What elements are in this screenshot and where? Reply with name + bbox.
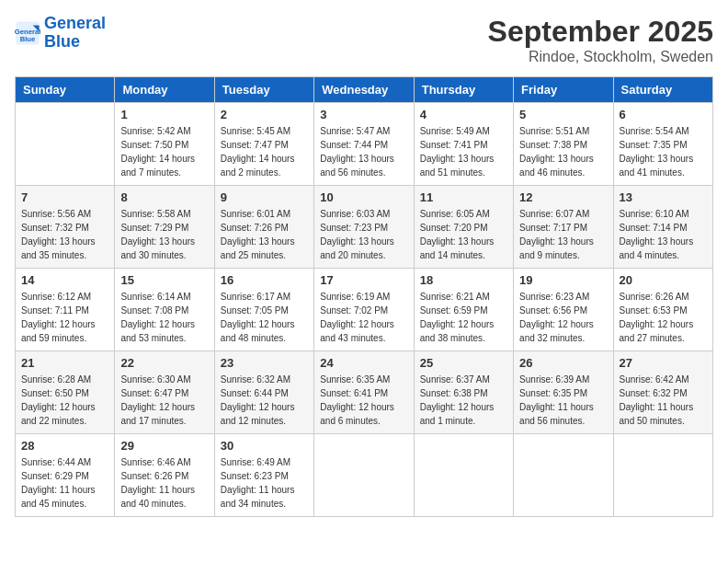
calendar-cell: 30Sunrise: 6:49 AM Sunset: 6:23 PM Dayli… xyxy=(214,434,313,517)
weekday-header-sunday: Sunday xyxy=(16,77,115,103)
day-info: Sunrise: 6:28 AM Sunset: 6:50 PM Dayligh… xyxy=(21,373,108,428)
calendar-cell: 27Sunrise: 6:42 AM Sunset: 6:32 PM Dayli… xyxy=(613,351,712,434)
calendar-cell: 2Sunrise: 5:45 AM Sunset: 7:47 PM Daylig… xyxy=(214,103,313,186)
calendar-cell: 18Sunrise: 6:21 AM Sunset: 6:59 PM Dayli… xyxy=(414,269,513,351)
day-number: 17 xyxy=(320,273,407,287)
day-number: 1 xyxy=(120,108,208,121)
day-info: Sunrise: 6:39 AM Sunset: 6:35 PM Dayligh… xyxy=(519,373,607,428)
day-number: 2 xyxy=(221,108,308,121)
calendar-cell: 28Sunrise: 6:44 AM Sunset: 6:29 PM Dayli… xyxy=(16,434,115,517)
day-number: 20 xyxy=(620,273,707,287)
calendar-cell: 14Sunrise: 6:12 AM Sunset: 7:11 PM Dayli… xyxy=(16,269,115,351)
calendar-cell: 8Sunrise: 5:58 AM Sunset: 7:29 PM Daylig… xyxy=(115,186,214,269)
logo-text-general: General xyxy=(44,15,106,33)
calendar-cell: 16Sunrise: 6:17 AM Sunset: 7:05 PM Dayli… xyxy=(214,269,313,351)
calendar-cell: 21Sunrise: 6:28 AM Sunset: 6:50 PM Dayli… xyxy=(16,351,115,434)
calendar-cell xyxy=(514,434,613,517)
calendar-cell: 12Sunrise: 6:07 AM Sunset: 7:17 PM Dayli… xyxy=(514,186,613,269)
day-number: 25 xyxy=(420,356,507,370)
day-number: 29 xyxy=(120,439,208,453)
calendar-cell: 23Sunrise: 6:32 AM Sunset: 6:44 PM Dayli… xyxy=(214,351,313,434)
day-info: Sunrise: 6:42 AM Sunset: 6:32 PM Dayligh… xyxy=(620,373,707,428)
week-row-4: 21Sunrise: 6:28 AM Sunset: 6:50 PM Dayli… xyxy=(16,351,713,434)
day-info: Sunrise: 6:14 AM Sunset: 7:08 PM Dayligh… xyxy=(120,290,208,345)
weekday-header-friday: Friday xyxy=(514,77,613,103)
calendar-cell: 19Sunrise: 6:23 AM Sunset: 6:56 PM Dayli… xyxy=(514,269,613,351)
day-number: 16 xyxy=(221,273,308,287)
week-row-1: 1Sunrise: 5:42 AM Sunset: 7:50 PM Daylig… xyxy=(16,103,713,186)
calendar-cell: 1Sunrise: 5:42 AM Sunset: 7:50 PM Daylig… xyxy=(115,103,214,186)
calendar-cell xyxy=(314,434,414,517)
day-number: 5 xyxy=(519,108,607,121)
weekday-header-tuesday: Tuesday xyxy=(214,77,313,103)
day-info: Sunrise: 6:23 AM Sunset: 6:56 PM Dayligh… xyxy=(519,290,607,345)
day-info: Sunrise: 6:37 AM Sunset: 6:38 PM Dayligh… xyxy=(420,373,507,428)
calendar-cell: 15Sunrise: 6:14 AM Sunset: 7:08 PM Dayli… xyxy=(115,269,214,351)
day-info: Sunrise: 5:54 AM Sunset: 7:35 PM Dayligh… xyxy=(620,124,707,179)
calendar-cell: 10Sunrise: 6:03 AM Sunset: 7:23 PM Dayli… xyxy=(314,186,414,269)
day-number: 10 xyxy=(320,190,407,204)
calendar-cell: 22Sunrise: 6:30 AM Sunset: 6:47 PM Dayli… xyxy=(115,351,214,434)
calendar-table: SundayMondayTuesdayWednesdayThursdayFrid… xyxy=(15,76,713,517)
weekday-header-monday: Monday xyxy=(115,77,214,103)
svg-text:Blue: Blue xyxy=(20,35,36,43)
calendar-cell: 25Sunrise: 6:37 AM Sunset: 6:38 PM Dayli… xyxy=(414,351,513,434)
day-info: Sunrise: 5:49 AM Sunset: 7:41 PM Dayligh… xyxy=(420,124,507,179)
day-number: 9 xyxy=(221,190,308,204)
day-info: Sunrise: 6:17 AM Sunset: 7:05 PM Dayligh… xyxy=(221,290,308,345)
title-block: September 2025 Rindoe, Stockholm, Sweden xyxy=(488,15,713,65)
day-number: 24 xyxy=(320,356,407,370)
weekday-header-wednesday: Wednesday xyxy=(314,77,414,103)
calendar-cell xyxy=(414,434,513,517)
day-info: Sunrise: 6:03 AM Sunset: 7:23 PM Dayligh… xyxy=(320,207,407,262)
day-number: 30 xyxy=(221,439,308,453)
day-number: 14 xyxy=(21,273,108,287)
day-number: 11 xyxy=(420,190,507,204)
calendar-cell: 24Sunrise: 6:35 AM Sunset: 6:41 PM Dayli… xyxy=(314,351,414,434)
day-info: Sunrise: 5:47 AM Sunset: 7:44 PM Dayligh… xyxy=(320,124,407,179)
day-number: 13 xyxy=(620,190,707,204)
day-number: 26 xyxy=(519,356,607,370)
day-info: Sunrise: 5:58 AM Sunset: 7:29 PM Dayligh… xyxy=(120,207,208,262)
calendar-cell: 26Sunrise: 6:39 AM Sunset: 6:35 PM Dayli… xyxy=(514,351,613,434)
day-info: Sunrise: 6:12 AM Sunset: 7:11 PM Dayligh… xyxy=(21,290,108,345)
day-number: 6 xyxy=(620,108,707,121)
calendar-cell: 29Sunrise: 6:46 AM Sunset: 6:26 PM Dayli… xyxy=(115,434,214,517)
day-number: 12 xyxy=(519,190,607,204)
calendar-cell: 5Sunrise: 5:51 AM Sunset: 7:38 PM Daylig… xyxy=(514,103,613,186)
calendar-cell: 7Sunrise: 5:56 AM Sunset: 7:32 PM Daylig… xyxy=(16,186,115,269)
day-number: 28 xyxy=(21,439,108,453)
day-info: Sunrise: 6:07 AM Sunset: 7:17 PM Dayligh… xyxy=(519,207,607,262)
day-number: 21 xyxy=(21,356,108,370)
logo-icon: General Blue xyxy=(15,20,40,46)
calendar-cell xyxy=(16,103,115,186)
week-row-5: 28Sunrise: 6:44 AM Sunset: 6:29 PM Dayli… xyxy=(16,434,713,517)
day-info: Sunrise: 6:10 AM Sunset: 7:14 PM Dayligh… xyxy=(620,207,707,262)
day-number: 18 xyxy=(420,273,507,287)
day-info: Sunrise: 6:05 AM Sunset: 7:20 PM Dayligh… xyxy=(420,207,507,262)
logo-text-blue: Blue xyxy=(44,33,106,52)
calendar-cell: 6Sunrise: 5:54 AM Sunset: 7:35 PM Daylig… xyxy=(613,103,712,186)
week-row-3: 14Sunrise: 6:12 AM Sunset: 7:11 PM Dayli… xyxy=(16,269,713,351)
day-number: 7 xyxy=(21,190,108,204)
day-number: 15 xyxy=(120,273,208,287)
day-info: Sunrise: 5:42 AM Sunset: 7:50 PM Dayligh… xyxy=(120,124,208,179)
calendar-cell: 4Sunrise: 5:49 AM Sunset: 7:41 PM Daylig… xyxy=(414,103,513,186)
weekday-header-thursday: Thursday xyxy=(414,77,513,103)
day-number: 23 xyxy=(221,356,308,370)
day-info: Sunrise: 6:19 AM Sunset: 7:02 PM Dayligh… xyxy=(320,290,407,345)
day-info: Sunrise: 5:56 AM Sunset: 7:32 PM Dayligh… xyxy=(21,207,108,262)
day-info: Sunrise: 6:26 AM Sunset: 6:53 PM Dayligh… xyxy=(620,290,707,345)
header: General Blue General Blue September 2025… xyxy=(15,15,713,65)
month-title: September 2025 xyxy=(488,15,713,49)
weekday-header-saturday: Saturday xyxy=(613,77,712,103)
day-info: Sunrise: 5:45 AM Sunset: 7:47 PM Dayligh… xyxy=(221,124,308,179)
day-info: Sunrise: 6:32 AM Sunset: 6:44 PM Dayligh… xyxy=(221,373,308,428)
calendar-cell: 20Sunrise: 6:26 AM Sunset: 6:53 PM Dayli… xyxy=(613,269,712,351)
day-number: 8 xyxy=(120,190,208,204)
day-number: 3 xyxy=(320,108,407,121)
calendar-cell: 17Sunrise: 6:19 AM Sunset: 7:02 PM Dayli… xyxy=(314,269,414,351)
weekday-header-row: SundayMondayTuesdayWednesdayThursdayFrid… xyxy=(16,77,713,103)
day-info: Sunrise: 5:51 AM Sunset: 7:38 PM Dayligh… xyxy=(519,124,607,179)
day-number: 27 xyxy=(620,356,707,370)
